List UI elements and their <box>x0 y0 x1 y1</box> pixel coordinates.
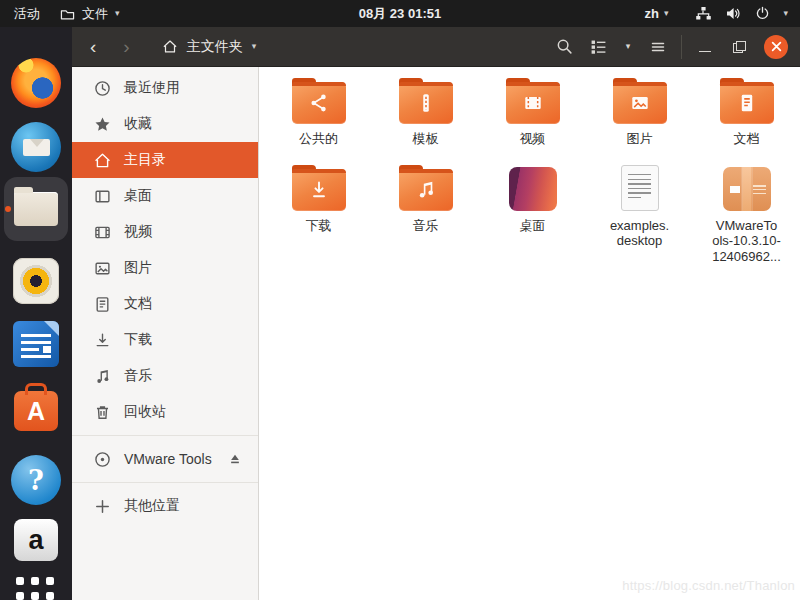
folder-pictures-icon <box>613 82 667 124</box>
headerbar-separator <box>681 35 682 59</box>
sidebar-divider <box>72 435 258 436</box>
dock-item-thunderbird[interactable] <box>0 122 72 172</box>
sidebar-item-label: 主目录 <box>124 151 166 169</box>
folder-templates-icon <box>399 82 453 124</box>
file-label: 音乐 <box>413 218 439 234</box>
sidebar-item-trash[interactable]: 回收站 <box>72 394 258 430</box>
folder-downloads-icon <box>292 169 346 211</box>
sidebar-item-label: 图片 <box>124 259 152 277</box>
file-item-desktop[interactable]: 桌面 <box>479 156 586 274</box>
sidebar-item-videos[interactable]: 视频 <box>72 214 258 250</box>
file-view[interactable]: 公共的 模板 <box>259 67 800 600</box>
star-icon <box>94 116 111 133</box>
restore-button[interactable] <box>722 27 756 66</box>
headerbar[interactable]: ‹ › 主文件夹 ▾ <box>72 27 800 67</box>
desktop-wallpaper-icon <box>509 167 557 211</box>
file-label: 下载 <box>306 218 332 234</box>
back-button[interactable]: ‹ <box>90 37 96 56</box>
eject-button[interactable] <box>228 452 242 466</box>
dock-item-app-grid[interactable] <box>0 573 72 600</box>
chevron-down-icon: ▾ <box>252 42 257 51</box>
file-label: VMwareTo ols-10.3.10- 12406962... <box>712 218 781 265</box>
file-item-videos[interactable]: 视频 <box>479 69 586 156</box>
sidebar-item-other-locations[interactable]: 其他位置 <box>72 488 258 524</box>
sidebar-item-vmware-tools[interactable]: VMware Tools <box>72 441 258 477</box>
power-icon[interactable] <box>755 6 770 21</box>
file-item-pictures[interactable]: 图片 <box>586 69 693 156</box>
folder-share-icon <box>292 82 346 124</box>
dock-item-firefox[interactable] <box>0 58 72 108</box>
pictures-icon <box>94 260 111 277</box>
watermark: https://blog.csdn.net/Thanlon <box>622 578 795 593</box>
sidebar-item-label: 最近使用 <box>124 79 180 97</box>
minimize-button[interactable] <box>688 27 722 66</box>
dock-item-amazon[interactable]: a <box>0 519 72 561</box>
input-method-indicator[interactable]: zh ▾ <box>644 6 668 21</box>
forward-button[interactable]: › <box>123 37 129 56</box>
app-menu-label: 文件 <box>82 5 108 23</box>
documents-icon <box>94 296 111 313</box>
search-button[interactable] <box>547 27 581 66</box>
plus-icon <box>94 498 111 515</box>
file-item-examples-desktop[interactable]: examples. desktop <box>586 156 693 274</box>
close-button[interactable] <box>764 35 788 59</box>
folder-documents-icon <box>720 82 774 124</box>
menu-button[interactable] <box>641 27 675 66</box>
sidebar-item-label: 文档 <box>124 295 152 313</box>
activities-button[interactable]: 活动 <box>14 5 40 23</box>
dock-item-help[interactable]: ? <box>0 455 72 505</box>
home-icon <box>162 39 178 54</box>
pathbar-button[interactable]: 主文件夹 ▾ <box>162 38 257 56</box>
sidebar-item-downloads[interactable]: 下载 <box>72 322 258 358</box>
cdrom-icon <box>94 451 111 468</box>
sidebar-item-pictures[interactable]: 图片 <box>72 250 258 286</box>
file-label: 公共的 <box>299 131 338 147</box>
app-menu-button[interactable]: 文件 ▾ <box>60 5 120 23</box>
files-window: ‹ › 主文件夹 ▾ <box>72 27 800 600</box>
text-file-icon <box>621 165 659 211</box>
volume-icon[interactable] <box>725 6 742 21</box>
desktop-icon <box>94 188 111 205</box>
sidebar-item-label: 下载 <box>124 331 152 349</box>
network-icon[interactable] <box>695 6 712 21</box>
chevron-down-icon: ▾ <box>664 9 669 18</box>
sidebar-item-label: 回收站 <box>124 403 166 421</box>
sidebar-item-label: VMware Tools <box>124 451 212 467</box>
dock-item-libreoffice-writer[interactable] <box>0 321 72 367</box>
file-item-vmware-tools-archive[interactable]: VMwareTo ols-10.3.10- 12406962... <box>693 156 800 274</box>
eject-icon <box>228 452 242 466</box>
sidebar-item-music[interactable]: 音乐 <box>72 358 258 394</box>
sidebar-item-desktop[interactable]: 桌面 <box>72 178 258 214</box>
file-item-public[interactable]: 公共的 <box>265 69 372 156</box>
sidebar-item-label: 桌面 <box>124 187 152 205</box>
rhythmbox-icon <box>13 258 59 304</box>
sidebar-item-label: 收藏 <box>124 115 152 133</box>
file-item-downloads[interactable]: 下载 <box>265 156 372 274</box>
view-list-button[interactable] <box>581 27 615 66</box>
file-label: 视频 <box>520 131 546 147</box>
thunderbird-icon <box>11 122 61 172</box>
top-panel: 活动 文件 ▾ 08月 23 01:51 zh ▾ <box>0 0 800 27</box>
sidebar-item-documents[interactable]: 文档 <box>72 286 258 322</box>
sidebar: 最近使用 收藏 主目录 桌面 <box>72 67 259 600</box>
dock-item-rhythmbox[interactable] <box>0 258 72 304</box>
libreoffice-writer-icon <box>13 321 59 367</box>
file-item-documents[interactable]: 文档 <box>693 69 800 156</box>
files-icon <box>4 177 68 241</box>
dock-item-ubuntu-software[interactable]: A <box>0 383 72 431</box>
dock-item-files[interactable] <box>0 177 72 241</box>
package-icon <box>723 167 771 211</box>
ubuntu-software-icon: A <box>14 391 58 431</box>
file-label: 桌面 <box>520 218 546 234</box>
help-icon: ? <box>11 455 61 505</box>
input-method-label: zh <box>644 6 658 21</box>
sidebar-item-starred[interactable]: 收藏 <box>72 106 258 142</box>
view-options-button[interactable]: ▾ <box>615 27 641 66</box>
chevron-down-icon[interactable]: ▾ <box>783 9 788 18</box>
music-icon <box>94 368 111 385</box>
file-item-music[interactable]: 音乐 <box>372 156 479 274</box>
folder-videos-icon <box>506 82 560 124</box>
sidebar-item-recent[interactable]: 最近使用 <box>72 70 258 106</box>
file-item-templates[interactable]: 模板 <box>372 69 479 156</box>
sidebar-item-home[interactable]: 主目录 <box>72 142 258 178</box>
